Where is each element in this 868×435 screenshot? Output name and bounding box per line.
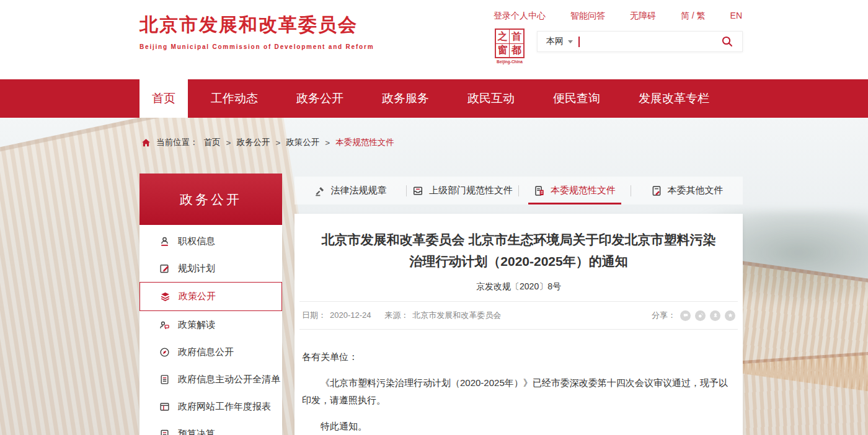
tab-superior-normative-docs[interactable]: 上级部门规范性文件 <box>407 177 518 204</box>
sidebar-item-planning[interactable]: 规划计划 <box>140 255 282 282</box>
article-paragraph: 各有关单位： <box>302 348 735 366</box>
sidebar-item-label: 政策公开 <box>179 291 216 302</box>
doc-pen-icon <box>651 185 662 196</box>
document-number: 京发改规〔2020〕8号 <box>299 281 738 292</box>
compass-icon <box>159 346 170 358</box>
smart-qa-link[interactable]: 智能问答 <box>570 11 605 22</box>
site-header: 北京市发展和改革委员会 Beijing Municipal Commission… <box>0 0 868 79</box>
person-stamp-icon <box>159 235 170 247</box>
nav-item-work-news[interactable]: 工作动态 <box>194 79 275 118</box>
nav-item-gov-disclosure[interactable]: 政务公开 <box>280 79 360 118</box>
nav-item-reform-special[interactable]: 发展改革专栏 <box>622 79 726 118</box>
layers-icon <box>159 291 170 302</box>
tab-label: 上级部门规范性文件 <box>429 185 513 196</box>
breadcrumb-label: 当前位置： <box>156 137 198 148</box>
simplified-traditional-link[interactable]: 简 / 繁 <box>681 11 706 22</box>
search-button[interactable] <box>712 32 742 51</box>
sidebar-title: 政务公开 <box>140 174 282 225</box>
article-meta-left: 日期：2020-12-24 来源：北京市发展和改革委员会 <box>302 310 505 321</box>
sidebar-item-gov-info-disclosure[interactable]: 政府信息公开 <box>140 338 282 366</box>
weibo-share-icon[interactable] <box>695 310 706 321</box>
tab-label: 法律法规规章 <box>331 185 387 196</box>
search-input[interactable] <box>580 32 712 51</box>
nav-item-gov-services[interactable]: 政务服务 <box>365 79 446 118</box>
article-meta: 日期：2020-12-24 来源：北京市发展和改革委员会 分享： <box>299 302 738 329</box>
breadcrumb-policy-disclosure[interactable]: 政策公开 <box>286 137 319 148</box>
seal-characters: 之 首 窗 都 <box>495 29 525 58</box>
report-table-icon <box>159 401 170 412</box>
article-date: 2020-12-24 <box>330 310 371 320</box>
budget-icon <box>159 428 170 435</box>
top-links: 登录个人中心 智能问答 无障碍 简 / 繁 EN <box>494 11 742 22</box>
sidebar: 政务公开 职权信息 规划计 <box>140 174 282 435</box>
document-icon <box>159 374 170 385</box>
share-bar: 分享： <box>652 310 735 321</box>
breadcrumb-separator: > <box>226 138 231 147</box>
search-bar: 本网 <box>537 31 743 52</box>
seal-char: 首 <box>510 30 523 44</box>
sidebar-item-label: 政策解读 <box>178 319 215 331</box>
date-label: 日期： <box>302 310 326 320</box>
login-personal-center-link[interactable]: 登录个人中心 <box>494 11 546 22</box>
sidebar-item-policy-interpretation[interactable]: 政策解读 <box>140 311 282 338</box>
qq-share-icon[interactable] <box>710 310 720 321</box>
sidebar-item-label: 职权信息 <box>178 235 215 247</box>
pencil-doc-icon <box>159 263 170 274</box>
tab-commission-normative-docs[interactable]: 本委规范性文件 <box>519 177 631 204</box>
article-title: 北京市发展和改革委员会 北京市生态环境局关于印发北京市塑料污染治理行动计划（20… <box>317 229 720 272</box>
article-paragraph: 《北京市塑料污染治理行动计划（2020-2025年）》已经市委深改委第十四次会议… <box>302 374 735 409</box>
source-label: 来源： <box>384 310 409 320</box>
person-chat-icon <box>159 319 170 330</box>
nav-item-public-interaction[interactable]: 政民互动 <box>451 79 531 118</box>
sidebar-item-budget[interactable]: 预算决算 <box>140 420 282 435</box>
red-doc-icon <box>534 185 545 196</box>
breadcrumb-separator: > <box>275 138 280 147</box>
article-body: 各有关单位： 《北京市塑料污染治理行动计划（2020-2025年）》已经市委深改… <box>299 330 738 435</box>
search-icon <box>721 35 733 48</box>
sidebar-item-label: 政府网站工作年度报表 <box>178 401 271 413</box>
english-link[interactable]: EN <box>730 11 742 22</box>
search-scope-dropdown[interactable]: 本网 <box>538 36 578 47</box>
chevron-down-icon <box>568 40 573 46</box>
tab-label: 本委规范性文件 <box>551 185 616 196</box>
home-icon <box>141 138 151 147</box>
capital-window-seal-logo[interactable]: 之 首 窗 都 Beijing-China <box>493 29 526 64</box>
gavel-icon <box>314 185 326 196</box>
active-tab-underline <box>528 203 621 204</box>
nav-item-home[interactable]: 首页 <box>140 79 188 118</box>
share-label: 分享： <box>652 310 676 321</box>
sidebar-item-policy-disclosure[interactable]: 政策公开 <box>140 282 282 311</box>
seal-char: 都 <box>510 44 523 58</box>
sidebar-item-proactive-disclosure-list[interactable]: 政府信息主动公开全清单 <box>140 366 282 393</box>
sidebar-item-label: 政府信息主动公开全清单 <box>178 374 280 385</box>
sidebar-item-label: 政府信息公开 <box>178 346 234 358</box>
seal-caption: Beijing-China <box>493 59 526 64</box>
star-share-icon[interactable] <box>725 310 735 321</box>
sidebar-item-website-annual-report[interactable]: 政府网站工作年度报表 <box>140 393 282 420</box>
inbox-doc-icon <box>412 185 423 196</box>
seal-char: 之 <box>496 30 510 44</box>
page: 北京市发展和改革委员会 Beijing Municipal Commission… <box>0 0 868 435</box>
nav-item-convenience-query[interactable]: 便民查询 <box>536 79 617 118</box>
content-tabs: 法律法规规章 上级部门规范性文件 本委规范性文件 <box>294 177 743 204</box>
search-scope-label: 本网 <box>546 36 564 47</box>
tab-label: 本委其他文件 <box>668 185 724 196</box>
seal-char: 窗 <box>496 44 510 58</box>
article-source: 北京市发展和改革委员会 <box>412 310 501 320</box>
breadcrumb-gov-disclosure[interactable]: 政务公开 <box>236 137 270 148</box>
sidebar-item-authority-info[interactable]: 职权信息 <box>140 227 282 255</box>
wechat-share-icon[interactable] <box>680 310 691 321</box>
sidebar-item-label: 预算决算 <box>178 428 215 435</box>
site-subtitle: Beijing Municipal Commission of Developm… <box>140 43 374 50</box>
sidebar-item-label: 规划计划 <box>178 263 215 275</box>
article-paragraph: 特此通知。 <box>302 418 735 435</box>
tab-laws-regulations[interactable]: 法律法规规章 <box>294 177 406 204</box>
site-logo[interactable]: 北京市发展和改革委员会 Beijing Municipal Commission… <box>140 12 374 50</box>
sidebar-menu: 职权信息 规划计划 政 <box>140 225 282 435</box>
breadcrumb-home[interactable]: 首页 <box>204 137 221 148</box>
breadcrumb-current-page: 本委规范性文件 <box>335 137 394 148</box>
breadcrumb-separator: > <box>325 138 330 147</box>
accessibility-link[interactable]: 无障碍 <box>630 11 656 22</box>
article-panel: 北京市发展和改革委员会 北京市生态环境局关于印发北京市塑料污染治理行动计划（20… <box>294 214 743 435</box>
tab-commission-other-docs[interactable]: 本委其他文件 <box>631 177 743 204</box>
